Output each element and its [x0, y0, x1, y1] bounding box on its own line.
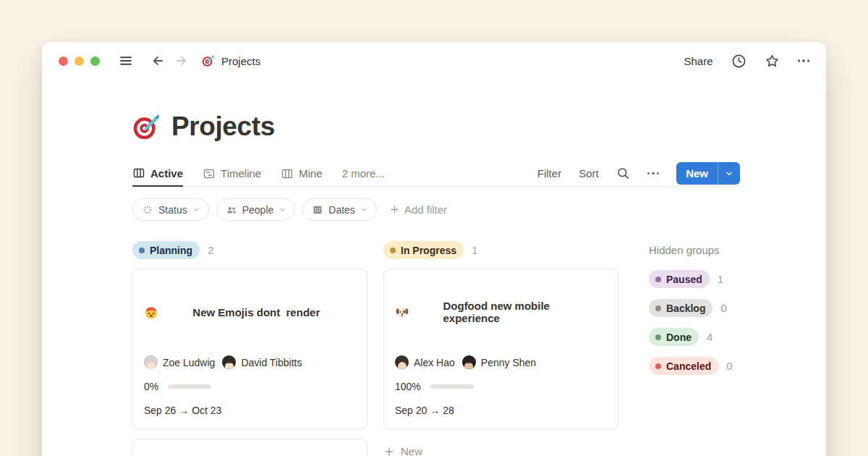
hidden-group-backlog[interactable]: Backlog 0	[649, 299, 733, 317]
hidden-groups-title: Hidden groups	[649, 241, 733, 259]
filter-button[interactable]: Filter	[537, 167, 561, 180]
tab-label: Timeline	[221, 167, 261, 180]
hidden-groups: Hidden groups Paused 1 Backlog 0	[649, 241, 733, 375]
status-dot	[655, 363, 661, 369]
more-icon[interactable]	[798, 59, 810, 62]
people-filter-chip[interactable]: People	[216, 198, 296, 221]
minimize-window-button[interactable]	[75, 56, 84, 66]
status-pill-label: Canceled	[666, 360, 711, 372]
status-pill-planning: Planning	[132, 241, 200, 259]
tab-active[interactable]: Active	[132, 161, 183, 187]
exploding-head-emoji	[144, 280, 186, 344]
project-card[interactable]: New Emojis dont render Zoe Ludwig David …	[132, 269, 367, 429]
assignee[interactable]: Penny Shen	[462, 355, 536, 369]
window-controls	[59, 56, 100, 66]
tab-label: Active	[150, 167, 183, 180]
timeline-icon	[203, 167, 216, 180]
status-dot	[139, 248, 145, 253]
status-pill-canceled: Canceled	[649, 357, 718, 375]
assignee-name: Zoe Ludwig	[163, 357, 215, 368]
assignee-name: David Tibbitts	[241, 357, 302, 368]
chevron-down-icon	[360, 206, 368, 214]
new-card-button[interactable]: New	[383, 445, 618, 456]
zoom-window-button[interactable]	[90, 56, 100, 66]
status-filter-chip[interactable]: Status	[132, 198, 209, 221]
board-icon	[281, 167, 294, 180]
new-button[interactable]: New	[676, 162, 718, 185]
status-pill-label: In Progress	[401, 245, 456, 256]
assignee[interactable]: Alex Hao	[395, 355, 455, 369]
group-count: 4	[707, 331, 712, 343]
page-title: Projects	[171, 111, 275, 142]
back-arrow-icon[interactable]	[150, 54, 165, 68]
target-emoji	[202, 54, 215, 67]
card-title: Dogfood new mobile experience	[443, 300, 607, 324]
status-dot	[655, 276, 661, 282]
filter-bar: Status People Dates	[132, 198, 740, 221]
column-header[interactable]: In Progress 1	[383, 241, 618, 259]
board-icon	[132, 166, 145, 180]
new-card-label: New	[401, 445, 422, 456]
tab-label: 2 more...	[342, 167, 385, 180]
status-dot	[655, 334, 661, 340]
assignee[interactable]: Zoe Ludwig	[144, 355, 215, 369]
chevron-down-icon	[192, 206, 200, 214]
card-dates: Sep 26 → Oct 23	[144, 405, 356, 416]
add-filter-button[interactable]: Add filter	[389, 203, 447, 216]
plus-icon	[389, 204, 400, 215]
column-count: 1	[472, 244, 477, 256]
chip-label: Status	[158, 204, 187, 216]
page-header: Projects	[132, 111, 740, 142]
dates-filter-chip[interactable]: Dates	[302, 198, 377, 221]
project-card[interactable]: Better commenting experience Nicole Wu D…	[132, 439, 367, 456]
avatar	[462, 355, 476, 369]
view-options-icon[interactable]	[647, 172, 660, 175]
assignee-name: Penny Shen	[481, 357, 536, 368]
add-filter-label: Add filter	[404, 203, 447, 216]
group-count: 1	[718, 273, 723, 285]
status-pill-label: Paused	[666, 274, 702, 285]
clock-icon[interactable]	[731, 54, 746, 69]
plus-icon	[383, 446, 395, 456]
progress-bar	[430, 384, 474, 389]
target-emoji	[132, 112, 161, 141]
status-pill-in-progress: In Progress	[383, 241, 464, 259]
status-pill-label: Backlog	[666, 303, 705, 314]
new-dropdown-chevron-icon[interactable]	[718, 162, 740, 185]
hamburger-menu-icon[interactable]	[119, 54, 133, 68]
app-window: Projects Share Projects	[42, 42, 826, 456]
breadcrumb[interactable]: Projects	[202, 54, 260, 67]
status-pill-paused: Paused	[649, 270, 710, 288]
people-icon	[226, 204, 237, 216]
group-count: 0	[720, 302, 726, 314]
hidden-group-done[interactable]: Done 4	[649, 328, 733, 346]
assignee[interactable]: David Tibbitts	[222, 355, 302, 369]
column-count: 2	[208, 244, 213, 256]
avatar	[144, 355, 158, 369]
dog-face-emoji	[395, 280, 436, 344]
status-pill-backlog: Backlog	[649, 299, 712, 317]
progress-label: 100%	[395, 381, 421, 392]
view-tabbar: Active Timeline Mine 2 more... Filter So…	[132, 161, 740, 187]
search-icon[interactable]	[616, 166, 630, 180]
tab-more-views[interactable]: 2 more...	[342, 161, 385, 186]
tab-timeline[interactable]: Timeline	[203, 161, 261, 186]
tab-mine[interactable]: Mine	[281, 161, 323, 186]
share-button[interactable]: Share	[684, 55, 712, 67]
assignee-name: Alex Hao	[414, 357, 455, 368]
hidden-group-paused[interactable]: Paused 1	[649, 270, 733, 288]
status-pill-label: Done	[666, 332, 692, 343]
breadcrumb-title: Projects	[221, 55, 260, 67]
card-title: New Emojis dont render	[192, 306, 320, 318]
chip-label: People	[242, 204, 274, 216]
forward-arrow-icon[interactable]	[174, 54, 189, 68]
card-dates: Sep 20 → 28	[395, 405, 607, 416]
star-icon[interactable]	[765, 54, 780, 69]
column-header[interactable]: Planning 2	[132, 241, 367, 259]
project-card[interactable]: Dogfood new mobile experience Alex Hao P…	[383, 269, 618, 429]
close-window-button[interactable]	[59, 56, 68, 66]
sort-button[interactable]: Sort	[579, 167, 599, 180]
kanban-board: Planning 2 Ne	[132, 241, 740, 456]
progress-bar	[168, 384, 211, 389]
hidden-group-canceled[interactable]: Canceled 0	[649, 357, 733, 375]
